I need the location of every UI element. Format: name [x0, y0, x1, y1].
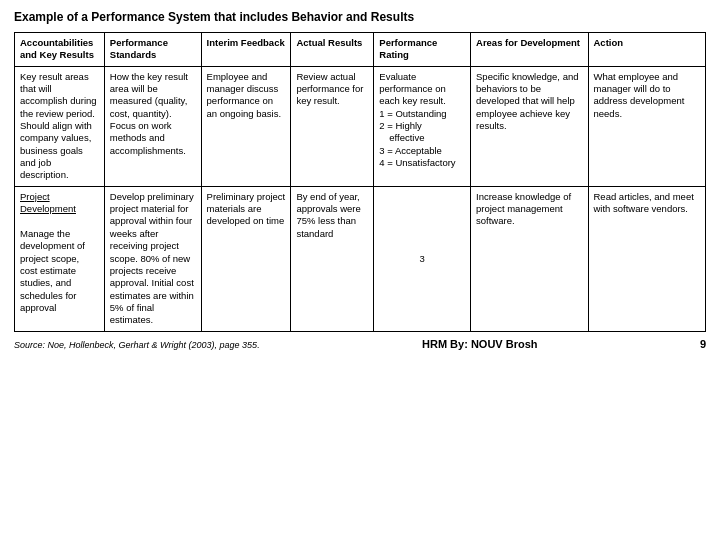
header-interim-feedback: Interim Feedback [201, 33, 291, 67]
row1-actual: Review actual performance for key result… [291, 66, 374, 186]
rating-2: 2 = Highly [379, 120, 422, 131]
row2-interim: Preliminary project materials are develo… [201, 186, 291, 331]
row1-rating: Evaluate performance on each key result.… [374, 66, 471, 186]
header-performance-rating: Performance Rating [374, 33, 471, 67]
rating-effective: effective [379, 132, 424, 143]
rating-4: 4 = Unsatisfactory [379, 157, 455, 168]
row2-project-title: Project Development [20, 191, 76, 214]
row2-accountabilities: Project Development Manage the developme… [15, 186, 105, 331]
table-header-row: Accountabilities and Key Results Perform… [15, 33, 706, 67]
rating-3: 3 = Acceptable [379, 145, 442, 156]
rating-1: 1 = Outstanding [379, 108, 446, 119]
header-performance-standards: Performance Standards [104, 33, 201, 67]
row2-standards: Develop preliminary project material for… [104, 186, 201, 331]
row1-standards: How the key result area will be measured… [104, 66, 201, 186]
performance-table: Accountabilities and Key Results Perform… [14, 32, 706, 332]
row2-project-body: Manage the development of project scope,… [20, 228, 85, 313]
row1-accountabilities: Key result areas that will accomplish du… [15, 66, 105, 186]
rating-evaluate: Evaluate performance on each key result. [379, 71, 446, 107]
row1-action: What employee and manager will do to add… [588, 66, 706, 186]
row2-rating: 3 [374, 186, 471, 331]
footer-page: 9 [700, 338, 706, 350]
table-row: Project Development Manage the developme… [15, 186, 706, 331]
header-action: Action [588, 33, 706, 67]
header-accountabilities: Accountabilities and Key Results [15, 33, 105, 67]
table-row: Key result areas that will accomplish du… [15, 66, 706, 186]
header-actual-results: Actual Results [291, 33, 374, 67]
header-areas-for-development: Areas for Development [471, 33, 588, 67]
row2-actual: By end of year, approvals were 75% less … [291, 186, 374, 331]
row1-interim: Employee and manager discuss performance… [201, 66, 291, 186]
row1-areas: Specific knowledge, and behaviors to be … [471, 66, 588, 186]
footer-source: Source: Noe, Hollenbeck, Gerhart & Wrigh… [14, 340, 260, 350]
page-title: Example of a Performance System that inc… [14, 10, 706, 24]
row2-areas: Increase knowledge of project management… [471, 186, 588, 331]
footer: Source: Noe, Hollenbeck, Gerhart & Wrigh… [14, 338, 706, 350]
row2-action: Read articles, and meet with software ve… [588, 186, 706, 331]
footer-center: HRM By: NOUV Brosh [260, 338, 700, 350]
